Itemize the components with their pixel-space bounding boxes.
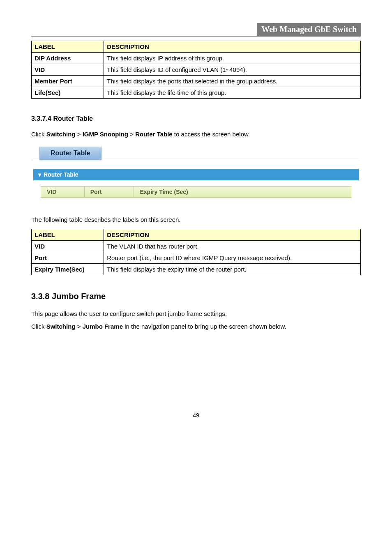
col-expiry: Expiry Time (Sec) <box>134 187 351 198</box>
page-header: Web Managed GbE Switch <box>31 23 361 37</box>
chevron-down-icon: ▾ <box>38 171 41 178</box>
bold-router: Router Table <box>135 131 173 138</box>
col-vid: VID <box>41 187 85 198</box>
bold-jumbo: Jumbo Frame <box>83 323 123 330</box>
ui-divider <box>31 160 361 160</box>
table-row: VID The VLAN ID that has router port. <box>32 241 361 252</box>
text: Click <box>31 131 46 138</box>
router-tab[interactable]: Router Table <box>39 147 101 160</box>
table-row: Member Port This field displays the port… <box>32 76 361 87</box>
router-panel-header[interactable]: ▾Router Table <box>33 169 359 180</box>
text: to access the screen below. <box>173 131 250 138</box>
router-inner-table: VID Port Expiry Time (Sec) <box>41 186 351 198</box>
row-desc: The VLAN ID that has router port. <box>104 241 361 252</box>
page-number: 49 <box>31 412 361 419</box>
row-desc: This field displays ID of configured VLA… <box>104 64 361 76</box>
router-panel-body: VID Port Expiry Time (Sec) <box>33 180 359 207</box>
bold-switching: Switching <box>46 131 76 138</box>
text: > <box>76 131 83 138</box>
section-heading-router-table: 3.3.7.4 Router Table <box>31 115 361 122</box>
label-description-table-1: LABEL DESCRIPTION DIP Address This field… <box>31 41 361 99</box>
table-row: VID This field displays ID of configured… <box>32 64 361 76</box>
row-desc: This field displays the ports that selec… <box>104 76 361 87</box>
row-label: Port <box>32 252 104 264</box>
row-desc: This field displays the expiry time of t… <box>104 264 361 275</box>
text: > <box>76 323 83 330</box>
describe-text: The following table describes the labels… <box>31 216 361 223</box>
text: in the navigation panel to bring up the … <box>123 323 286 330</box>
row-label: Expiry Time(Sec) <box>32 264 104 275</box>
table-row: Expiry Time(Sec) This field displays the… <box>32 264 361 275</box>
table-head-row: LABEL DESCRIPTION <box>32 229 361 241</box>
table-row: Life(Sec) This field displays the life t… <box>32 87 361 99</box>
text: Click <box>31 323 46 330</box>
row-desc: Router port (i.e., the port ID where IGM… <box>104 252 361 264</box>
row-label: Life(Sec) <box>32 87 104 99</box>
col-description: DESCRIPTION <box>104 41 361 53</box>
inner-table-head: VID Port Expiry Time (Sec) <box>41 187 351 198</box>
jumbo-p2: Click Switching > Jumbo Frame in the nav… <box>31 323 361 330</box>
bold-igmp: IGMP Snooping <box>83 131 128 138</box>
router-tab-label: Router Table <box>51 150 90 157</box>
jumbo-p1: This page allows the user to configure s… <box>31 310 361 317</box>
row-label: DIP Address <box>32 53 104 64</box>
table-row: DIP Address This field displays IP addre… <box>32 53 361 64</box>
router-panel: ▾Router Table VID Port Expiry Time (Sec) <box>33 168 359 207</box>
text: > <box>128 131 135 138</box>
section-heading-jumbo: 3.3.8 Jumbo Frame <box>31 292 361 301</box>
section-instruction: Click Switching > IGMP Snooping > Router… <box>31 131 361 138</box>
row-desc: This field displays the life time of thi… <box>104 87 361 99</box>
router-panel-title: Router Table <box>44 171 78 178</box>
col-label: LABEL <box>32 41 104 53</box>
row-label: VID <box>32 64 104 76</box>
col-label: LABEL <box>32 229 104 241</box>
label-description-table-2: LABEL DESCRIPTION VID The VLAN ID that h… <box>31 229 361 275</box>
col-port: Port <box>84 187 134 198</box>
row-label: Member Port <box>32 76 104 87</box>
row-label: VID <box>32 241 104 252</box>
col-description: DESCRIPTION <box>104 229 361 241</box>
table-head-row: LABEL DESCRIPTION <box>32 41 361 53</box>
table-row: Port Router port (i.e., the port ID wher… <box>32 252 361 264</box>
header-title: Web Managed GbE Switch <box>257 23 361 36</box>
bold-switching: Switching <box>46 323 76 330</box>
row-desc: This field displays IP address of this g… <box>104 53 361 64</box>
